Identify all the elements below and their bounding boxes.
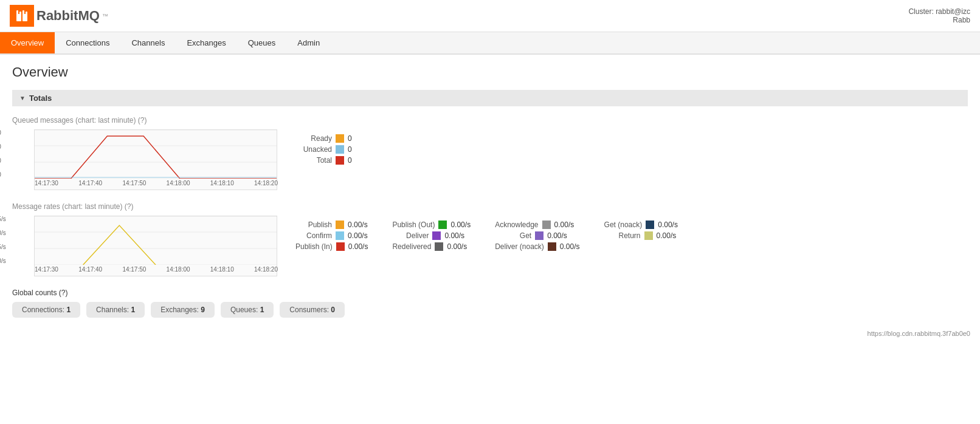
rates-col4: Get (noack) 0.00/s Return 0.00/s <box>604 221 678 251</box>
count-exchanges: Exchanges: 9 <box>151 302 215 318</box>
footer-link[interactable]: https://blog.cdn.rabbitmq.3f7ab0e0 <box>868 330 970 337</box>
rates-publish-out-value: 0.00/s <box>450 221 471 229</box>
svg-rect-4 <box>22 10 24 15</box>
message-rates-chart: 14:17:30 14:17:40 14:17:50 14:18:00 14:1… <box>34 216 277 276</box>
queued-legend: Ready 0 Unacked 0 Total 0 <box>295 134 352 165</box>
rates-publish-out-label: Publish (Out) <box>392 221 435 229</box>
legend-ready-label: Ready <box>295 134 332 143</box>
rates-return: Return 0.00/s <box>604 231 678 240</box>
rates-acknowledge: Acknowledge 0.00/s <box>495 221 579 229</box>
totals-arrow-icon: ▼ <box>19 95 26 101</box>
rates-redelivered-label: Redelivered <box>392 242 431 251</box>
rates-redelivered: Redelivered 0.00/s <box>392 242 471 251</box>
rates-acknowledge-color <box>542 221 551 229</box>
page-title: Overview <box>12 64 968 80</box>
rates-deliver: Deliver 0.00/s <box>392 231 471 240</box>
rates-get-noack-color <box>646 221 654 229</box>
rates-publish-in-value: 0.00/s <box>348 242 368 251</box>
rates-deliver-noack: Deliver (noack) 0.00/s <box>495 242 579 251</box>
queued-y-labels: 6.0 4.0 2.0 0.0 <box>0 129 1 178</box>
consumers-value: 0 <box>331 306 335 314</box>
counts-row: Connections: 1 Channels: 1 Exchanges: 9 … <box>12 302 968 318</box>
rates-publish-out: Publish (Out) 0.00/s <box>392 221 471 229</box>
totals-section-header[interactable]: ▼ Totals <box>12 90 968 106</box>
message-rates-section: Message rates (chart: last minute) (?) 1… <box>12 202 968 276</box>
header: RabbitMQ™ Cluster: rabbit@izc Rabb <box>0 0 980 32</box>
rates-deliver-label: Deliver <box>392 231 429 240</box>
nav-queues[interactable]: Queues <box>237 32 287 53</box>
rates-col3: Acknowledge 0.00/s Get 0.00/s Deliver (n… <box>495 221 579 251</box>
rates-publish-value: 0.00/s <box>348 221 368 229</box>
legend-unacked-label: Unacked <box>295 145 332 154</box>
legend-total-color <box>336 156 344 165</box>
queued-x-labels: 14:17:30 14:17:40 14:17:50 14:18:00 14:1… <box>35 179 278 188</box>
logo-tm: ™ <box>102 13 108 19</box>
rates-get-label: Get <box>495 231 531 240</box>
nav-admin[interactable]: Admin <box>286 32 331 53</box>
count-connections: Connections: 1 <box>12 302 80 318</box>
count-queues: Queues: 1 <box>221 302 274 318</box>
rates-deliver-noack-color <box>548 242 556 251</box>
rates-confirm-value: 0.00/s <box>348 231 368 240</box>
rates-get-noack-label: Get (noack) <box>604 221 643 229</box>
rates-get-value: 0.00/s <box>547 231 567 240</box>
rates-redelivered-value: 0.00/s <box>447 242 467 251</box>
message-rates-chart-wrapper: 1.5/s 1.0/s 0.5/s 0.0/s 14:17 <box>12 216 277 276</box>
rates-return-color <box>644 231 653 240</box>
rates-acknowledge-label: Acknowledge <box>495 221 538 229</box>
nav-channels[interactable]: Channels <box>120 32 176 53</box>
rates-confirm-color <box>336 231 344 240</box>
rates-redelivered-color <box>435 242 443 251</box>
legend-total-value: 0 <box>348 156 352 165</box>
rates-deliver-noack-label: Deliver (noack) <box>495 242 544 251</box>
message-rates-meta[interactable]: (chart: last minute) (?) <box>62 202 133 211</box>
global-counts-title[interactable]: Global counts (?) <box>12 289 968 297</box>
nav-overview[interactable]: Overview <box>0 32 55 53</box>
rates-publish-in-color <box>336 242 345 251</box>
rates-publish-out-color <box>438 221 447 229</box>
svg-rect-5 <box>26 12 27 15</box>
rates-deliver-color <box>432 231 441 240</box>
queued-messages-title: Queued messages (chart: last minute) (?) <box>12 116 968 125</box>
rates-get-color <box>535 231 543 240</box>
count-channels: Channels: 1 <box>86 302 145 318</box>
nav-exchanges[interactable]: Exchanges <box>176 32 236 53</box>
global-counts: Global counts (?) Connections: 1 Channel… <box>12 289 968 318</box>
nav-connections[interactable]: Connections <box>55 32 120 53</box>
footer: https://blog.cdn.rabbitmq.3f7ab0e0 <box>0 327 980 340</box>
rates-deliver-noack-value: 0.00/s <box>560 242 580 251</box>
rates-return-label: Return <box>604 231 641 240</box>
connections-value: 1 <box>66 306 71 314</box>
exchanges-value: 9 <box>201 306 205 314</box>
rates-get-noack: Get (noack) 0.00/s <box>604 221 678 229</box>
queued-messages-container: 6.0 4.0 2.0 0.0 <box>12 129 968 190</box>
queues-value: 1 <box>260 306 264 314</box>
legend-unacked-color <box>336 145 344 154</box>
count-consumers: Consumers: 0 <box>280 302 345 318</box>
rates-deliver-value: 0.00/s <box>444 231 464 240</box>
rates-publish-in-label: Publish (In) <box>295 242 333 251</box>
cluster-name: rabbit@izc <box>936 7 970 16</box>
rates-publish: Publish 0.00/s <box>295 221 368 229</box>
rates-y-labels: 1.5/s 1.0/s 0.5/s 0.0/s <box>0 216 6 264</box>
rates-return-value: 0.00/s <box>657 231 677 240</box>
svg-rect-1 <box>16 10 18 15</box>
channels-value: 1 <box>131 306 135 314</box>
legend-ready-color <box>336 134 344 143</box>
queued-messages-meta[interactable]: (chart: last minute) (?) <box>75 116 147 125</box>
rates-legend: Publish 0.00/s Confirm 0.00/s Publish (I… <box>295 221 678 251</box>
queued-messages-chart-wrapper: 6.0 4.0 2.0 0.0 <box>12 129 277 190</box>
rates-get-noack-value: 0.00/s <box>658 221 678 229</box>
message-rates-container: 1.5/s 1.0/s 0.5/s 0.0/s 14:17 <box>12 216 968 276</box>
logo: RabbitMQ™ <box>10 5 108 27</box>
legend-ready: Ready 0 <box>295 134 352 143</box>
cluster-info: Cluster: rabbit@izc Rabb <box>908 7 970 24</box>
rates-get: Get 0.00/s <box>495 231 579 240</box>
legend-ready-value: 0 <box>348 134 352 143</box>
rates-confirm: Confirm 0.00/s <box>295 231 368 240</box>
rates-col1: Publish 0.00/s Confirm 0.00/s Publish (I… <box>295 221 368 251</box>
legend-total-label: Total <box>295 156 332 165</box>
cluster-label: Cluster: <box>908 7 933 16</box>
legend-unacked-value: 0 <box>348 145 352 154</box>
queued-messages-section: Queued messages (chart: last minute) (?)… <box>12 116 968 190</box>
